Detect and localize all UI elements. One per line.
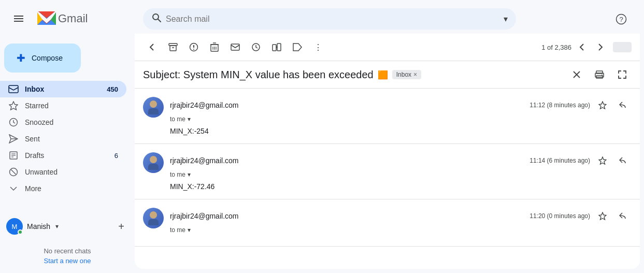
svg-line-13 [158,19,161,22]
expand-button[interactable] [613,65,632,84]
reply-email-2-button[interactable] [615,152,632,169]
pagination: 1 of 2,386 [541,39,609,55]
no-chats-text: No recent chats [6,243,128,257]
email-toolbar: ⋮ 1 of 2,386 [135,34,640,61]
email-timestamp-1: 11:12 (8 minutes ago) [529,102,590,109]
snoozed-label: Snoozed [25,118,118,126]
move-to-button[interactable] [267,38,286,56]
email-time-3: 11:20 (0 minutes ago) [529,208,632,224]
draft-icon [8,150,19,161]
email-to-label-3: to me [170,226,185,234]
svg-rect-17 [170,46,176,51]
email-to-label-2: to me [170,171,185,178]
pagination-text: 1 of 2,386 [541,44,571,51]
start-chat-link[interactable]: Start a new one [6,257,128,265]
email-subject-bar: Subject: System MIN_X value has been exc… [135,61,640,89]
back-button[interactable] [143,38,162,56]
clock-icon [8,117,19,127]
next-page-button[interactable] [592,39,609,55]
close-thread-button[interactable] [567,65,586,84]
inbox-badge-text: Inbox [396,71,411,78]
email-content-1: MIN_X:-254 [170,127,632,135]
online-indicator [18,229,23,235]
previous-page-button[interactable] [574,39,590,55]
email-from-2: rjrajbir24@gmail.com [170,156,238,165]
mark-read-button[interactable] [226,38,245,56]
sidebar-item-snoozed[interactable]: Snoozed [0,114,126,131]
search-input[interactable] [166,15,499,24]
sent-label: Sent [25,135,118,143]
inbox-badge: 450 [107,85,118,93]
hamburger-menu-button[interactable] [6,6,31,31]
more-icon [8,183,19,194]
compose-button[interactable]: ✚ Compose [4,44,81,73]
sidebar-item-unwanted[interactable]: Unwanted [0,164,126,180]
print-button[interactable] [590,65,609,84]
main-content: ▾ ? ⋮ [135,4,640,269]
unwanted-icon [8,167,19,177]
add-account-button[interactable]: + [114,219,128,234]
user-avatar: M [6,218,23,235]
subject-title: Subject: System MIN_X value has been exc… [143,69,374,81]
help-button[interactable]: ? [611,9,632,30]
email-to-dropdown-3[interactable]: ▾ [188,226,191,234]
label-button[interactable] [288,38,307,56]
sidebar-item-inbox[interactable]: Inbox 450 [0,81,126,97]
user-account-row[interactable]: M Manish ▾ + [6,216,128,237]
search-icon [151,12,162,25]
sidebar-item-drafts[interactable]: Drafts 6 [0,147,126,164]
gmail-logo: Gmail [33,11,92,30]
email-to-dropdown-1[interactable]: ▾ [188,116,191,123]
email-to-row-1: to me ▾ [170,116,632,123]
unwanted-label: Unwanted [25,168,118,176]
email-to-dropdown-2[interactable]: ▾ [188,171,191,178]
delete-button[interactable] [205,38,224,56]
drafts-label: Drafts [25,151,108,160]
reply-email-1-button[interactable] [615,97,632,113]
email-item: rjrajbir24@gmail.com 11:12 (8 minutes ag… [135,89,640,144]
star-email-1-button[interactable] [594,97,611,113]
email-to-row-2: to me ▾ [170,171,632,178]
email-from-1: rjrajbir24@gmail.com [170,101,238,109]
view-toggle-button[interactable] [613,42,632,52]
compose-label: Compose [32,54,63,62]
sidebar-item-starred[interactable]: Starred [0,97,126,114]
email-timestamp-3: 11:20 (0 minutes ago) [529,212,590,220]
subject-actions [567,65,632,84]
starred-label: Starred [25,102,118,110]
email-to-label-1: to me [170,116,185,123]
svg-rect-28 [231,44,239,50]
email-body-1: rjrajbir24@gmail.com 11:12 (8 minutes ag… [170,97,632,135]
more-label: More [25,184,118,193]
user-dropdown-icon: ▾ [55,223,59,230]
search-dropdown-button[interactable]: ▾ [504,14,508,24]
email-item-3: rjrajbir24@gmail.com 11:20 (0 minutes ag… [135,199,640,247]
topbar-right: ? [611,9,632,30]
star-email-2-button[interactable] [594,152,611,169]
more-actions-button[interactable]: ⋮ [309,38,327,56]
star-icon [8,100,19,111]
inbox-label: Inbox [25,85,101,93]
star-email-3-button[interactable] [594,208,611,224]
svg-marker-41 [599,212,606,220]
spam-button[interactable] [184,38,203,56]
svg-point-38 [602,75,603,76]
email-content-2: MIN_X:-72.46 [170,182,632,191]
sidebar-item-more[interactable]: More [0,180,126,197]
email-body-2: rjrajbir24@gmail.com 11:14 (6 minutes ag… [170,152,632,191]
reply-email-3-button[interactable] [615,208,632,224]
svg-marker-39 [599,102,606,109]
email-time-2: 11:14 (6 minutes ago) [529,152,632,169]
svg-rect-30 [273,45,276,51]
sidebar-item-sent[interactable]: Sent [0,131,126,147]
snooze-button[interactable] [247,38,265,56]
gmail-text: Gmail [58,12,88,25]
sender-avatar-2 [143,152,164,173]
email-time-1: 11:12 (8 minutes ago) [529,97,632,113]
svg-marker-40 [599,157,606,164]
forward-emoji: 🟧 [378,70,388,80]
inbox-badge-close[interactable]: × [413,71,417,78]
send-icon [8,134,19,144]
sender-avatar-3 [143,208,164,228]
archive-button[interactable] [164,38,182,56]
